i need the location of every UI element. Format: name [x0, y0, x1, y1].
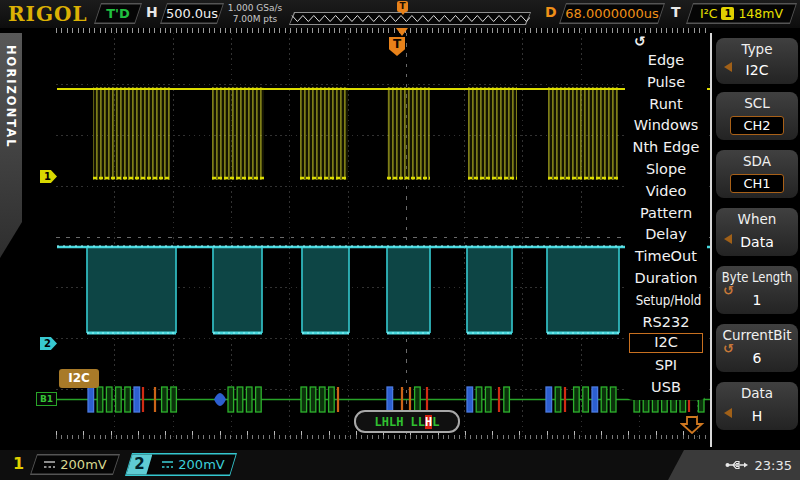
horizontal-menu-tab-label: HORIZONTAL — [4, 45, 18, 148]
rigol-logo: RIGOL — [8, 2, 88, 26]
waveform-preview-strip[interactable] — [289, 12, 531, 25]
delay-label: D — [545, 4, 557, 20]
softkey-type-label: Type — [716, 41, 798, 57]
softkey-when-label: When — [716, 211, 798, 227]
decode-bit-6: H — [425, 415, 432, 429]
trigger-level-readout: 148mV — [738, 6, 783, 21]
trigger-menu-item-delay[interactable]: Delay — [629, 224, 703, 244]
softkey-type-value: I2C — [716, 62, 798, 78]
trigger-source-badge: 1 — [721, 7, 734, 20]
decode-bit-2: L — [389, 415, 396, 429]
trigger-settings-readout[interactable]: I²C 1 148mV — [686, 3, 797, 24]
trigger-menu-item-pulse[interactable]: Pulse — [629, 72, 703, 92]
trigger-menu-item-duration[interactable]: Duration — [629, 268, 703, 288]
ch1-waveform — [57, 87, 710, 180]
trigger-menu-item-rs232[interactable]: RS232 — [629, 312, 703, 332]
softkey-when-value: Data — [716, 234, 798, 250]
decode-bit-3: H — [396, 415, 403, 429]
softkey-data[interactable]: Data H — [716, 382, 798, 430]
trigger-menu-item-timeout[interactable]: TimeOut — [629, 246, 703, 266]
horizontal-label: H — [146, 4, 158, 20]
softkey-scl-label: SCL — [716, 95, 798, 111]
trigger-menu-item-setup-hold[interactable]: Setup/Hold — [636, 290, 697, 310]
ch1-scale-badge[interactable]: 200mV — [30, 454, 120, 475]
ch2-waveform — [57, 246, 710, 333]
oscilloscope-screen: 1 2 B1 I2C T LHLH LLHL HORIZONTAL ↺ Edge… — [0, 0, 800, 480]
clock: 23:35 — [755, 458, 792, 473]
softkey-sda[interactable]: SDA CH1 — [716, 150, 798, 198]
bus1-marker[interactable]: B1 — [36, 392, 57, 406]
softkey-scl[interactable]: SCL CH2 — [716, 92, 798, 140]
preview-trigger-pin[interactable]: T — [397, 1, 408, 12]
trigger-menu-item-nth-edge[interactable]: Nth Edge — [629, 137, 703, 157]
trigger-menu-item-i2c[interactable]: I2C — [629, 333, 703, 353]
trigger-menu-item-video[interactable]: Video — [629, 181, 703, 201]
softkey-byte-length-value: 1 — [716, 292, 798, 308]
trigger-type-menu: ↺ EdgePulseRuntWindowsNth EdgeSlopeVideo… — [625, 33, 707, 400]
decode-bit-4: L — [411, 415, 418, 429]
softkey-current-bit-value: 6 — [716, 350, 798, 366]
trigger-menu-item-usb[interactable]: USB — [629, 377, 703, 397]
softkey-scl-value: CH2 — [730, 116, 784, 135]
trigger-status-badge: T'D — [94, 3, 142, 24]
acquisition-readout: 1.000 GSa/s 7.00M pts — [226, 3, 284, 25]
softkey-sda-value: CH1 — [730, 174, 784, 193]
trigger-type-readout: I²C — [700, 6, 717, 21]
top-status-bar: RIGOL T'D H 500.0us 1.000 GSa/s 7.00M pt… — [0, 0, 800, 28]
status-corner: 23:35 — [668, 450, 800, 480]
softkey-data-label: Data — [716, 385, 798, 401]
ch1-scale: 200mV — [60, 457, 106, 472]
trigger-menu-item-slope[interactable]: Slope — [629, 159, 703, 179]
softkey-sidebar: Type I2C SCL CH2 SDA CH1 When Data Byte … — [710, 33, 800, 447]
trigger-offset-readout[interactable]: 68.0000000us — [559, 3, 665, 24]
trigger-menu-item-edge[interactable]: Edge — [629, 50, 703, 70]
trigger-menu-item-spi[interactable]: SPI — [629, 355, 703, 375]
softkey-sda-label: SDA — [716, 153, 798, 169]
horizontal-menu-tab: HORIZONTAL — [0, 33, 22, 258]
timebase-readout[interactable]: 500.0us — [160, 3, 224, 24]
sidebar-rail — [710, 33, 712, 447]
back-rotate-icon[interactable]: ↺ — [634, 33, 646, 49]
softkey-byte-length[interactable]: Byte Length ↺ 1 — [716, 266, 798, 314]
softkey-when[interactable]: When Data — [716, 208, 798, 256]
trigger-position-arrow-icon — [396, 28, 408, 36]
preview-zigzag — [290, 12, 530, 24]
decode-bit-7: L — [432, 415, 439, 429]
ch2-scale-badge[interactable]: 2 200mV — [125, 453, 237, 476]
softkey-type[interactable]: Type I2C — [716, 38, 798, 84]
dc-coupling-icon — [43, 460, 56, 469]
decode-bit-5: L — [418, 415, 425, 429]
softkey-data-value: H — [716, 408, 798, 424]
dc-coupling-icon — [161, 460, 174, 469]
trigger-label: T — [671, 4, 681, 20]
decode-bit-0: L — [374, 415, 381, 429]
trigger-menu-item-runt[interactable]: Runt — [629, 94, 703, 114]
decode-protocol-label: I2C — [59, 369, 99, 388]
bottom-status-bar: 1 200mV 2 200mV — [0, 450, 800, 480]
ch1-number[interactable]: 1 — [13, 454, 24, 473]
trigger-level-offscreen-arrow-icon — [680, 416, 706, 434]
sample-rate: 1.000 GSa/s — [226, 3, 284, 14]
i2c-decode-bus — [57, 387, 710, 412]
softkey-current-bit[interactable]: CurrentBit ↺ 6 — [716, 324, 798, 372]
ch2-scale: 200mV — [178, 457, 224, 472]
trigger-menu-item-pattern[interactable]: Pattern — [629, 203, 703, 223]
usb-icon — [725, 459, 749, 471]
decode-bit-values: LHLH LLHL — [354, 410, 460, 433]
memory-depth: 7.00M pts — [226, 14, 284, 25]
decode-bit-1: H — [382, 415, 389, 429]
trigger-menu-item-windows[interactable]: Windows — [629, 115, 703, 135]
